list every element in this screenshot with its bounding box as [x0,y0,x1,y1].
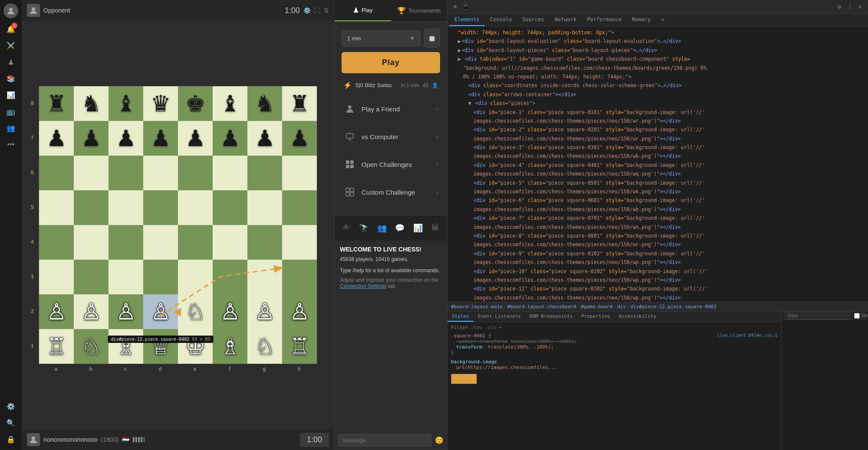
square-f5[interactable] [213,190,247,225]
square-d4[interactable] [143,225,178,260]
chat-icon[interactable]: 💬 [392,221,407,235]
square-e2[interactable]: ♘ [178,294,213,329]
square-g1[interactable]: ♘ [247,329,282,364]
breadcrumb-piece-12[interactable]: div#piece-12.piece.square-0402 [630,304,717,310]
dom-line-19[interactable]: images.chesscomfiles.com/chess-themes/pi… [447,187,868,196]
dom-line-3[interactable]: ▶<div id="board-layout-pieces" class="bo… [447,46,868,55]
square-g4[interactable] [247,225,282,260]
binoculars-icon[interactable]: 🔭 [356,221,371,235]
dom-line-29[interactable]: images.chesscomfiles.com/chess-themes/pi… [447,276,868,284]
play-button[interactable]: Play [342,52,440,73]
styles-tab-dom[interactable]: DOM Breakpoints [525,312,577,322]
square-g6[interactable] [247,156,282,190]
square-c1[interactable]: ♗ [108,329,143,364]
flip-icon[interactable]: ⇅ [324,7,329,14]
square-e5[interactable] [178,190,213,225]
square-b3[interactable] [74,260,108,294]
dom-line-17[interactable]: images.chesscomfiles.com/chess-themes/pi… [447,170,868,178]
square-a8[interactable]: ♜ [39,86,74,121]
breadcrumb-div[interactable]: div [617,304,626,310]
square-h5[interactable] [282,190,317,225]
square-e7[interactable]: ♟ [178,121,213,156]
dom-line-10[interactable]: <div id="piece-1" class="piece square-01… [447,108,868,117]
dom-line-23[interactable]: images.chesscomfiles.com/chess-themes/pi… [447,223,868,232]
club-icon[interactable]: 🏛 [429,221,442,235]
dom-line-4[interactable]: ▶ <div tabindex="1" id="game-board" clas… [447,55,868,63]
square-f4[interactable] [213,225,247,260]
dom-line-28[interactable]: <div id="piece-10" class="piece square-0… [447,267,868,276]
square-e8[interactable]: ♚ [178,86,213,121]
emoji-icon[interactable]: 😊 [435,436,444,444]
spectate-icon[interactable]: 👁 [340,221,353,235]
square-g5[interactable] [247,190,282,225]
dom-line-13[interactable]: images.chesscomfiles.com/chess-themes/pi… [447,134,868,143]
square-c4[interactable] [108,225,143,260]
square-b5[interactable] [74,190,108,225]
square-d8[interactable]: ♛ [143,86,178,121]
devtools-tab-more[interactable]: » [656,14,669,26]
devtools-tab-memory[interactable]: Memory [627,14,656,26]
square-h7[interactable]: ♟ [282,121,317,156]
open-challenges-item[interactable]: Open Challenges › [342,153,440,176]
square-c7[interactable]: ♟ [108,121,143,156]
dom-line-5[interactable]: "background: url(//images.chesscomfiles.… [447,64,868,72]
breadcrumb-board-layout-main[interactable]: #board-layout-main [451,304,503,310]
dom-line-21[interactable]: images.chesscomfiles.com/chess-themes/pi… [447,205,868,214]
square-a5[interactable] [39,190,74,225]
lock-icon[interactable]: 🔒 [3,432,18,447]
more-icon[interactable]: ••• [3,137,18,152]
dom-line-24[interactable]: <div id="piece-8" class="piece square-08… [447,232,868,240]
dom-line-22[interactable]: <div id="piece-7" class="piece square-07… [447,214,868,222]
square-h6[interactable] [282,156,317,190]
square-b6[interactable] [74,156,108,190]
custom-challenge-item[interactable]: Custom Challenge › [342,180,440,204]
square-b4[interactable] [74,225,108,260]
square-a3[interactable] [39,260,74,294]
style-source-link[interactable]: live.client.0414e.css:1 [717,333,777,338]
square-e3[interactable] [178,260,213,294]
square-g2[interactable]: ♙ [247,294,282,329]
square-e6[interactable] [178,156,213,190]
square-f6[interactable] [213,156,247,190]
dom-line-15[interactable]: images.chesscomfiles.com/chess-themes/pi… [447,152,868,160]
board-style-button[interactable]: ◼ [424,29,440,48]
analysis-icon[interactable]: 📊 [3,88,18,102]
devtools-tab-sources[interactable]: Sources [517,14,549,26]
square-h3[interactable] [282,260,317,294]
dom-line-16[interactable]: <div id="piece-4" class="piece square-04… [447,161,868,170]
tab-tournaments[interactable]: 🏆 Tournaments [391,0,447,21]
play-icon[interactable]: ⚔️ [3,38,18,53]
dom-line-9[interactable]: ▼ <div class="pieces"> [447,99,868,108]
computed-filter-input[interactable] [785,312,851,320]
square-c6[interactable] [108,156,143,190]
vs-computer-item[interactable]: vs Computer › [342,125,440,148]
time-control-button[interactable]: 1 min ▼ [342,30,421,46]
dom-line-18[interactable]: <div id="piece-5" class="piece square-05… [447,179,868,187]
square-e1[interactable]: ♔ [178,329,213,364]
square-a7[interactable]: ♟ [39,121,74,156]
square-g3[interactable] [247,260,282,294]
settings-gear-icon[interactable]: ⚙️ [303,7,311,14]
inspect-element-icon[interactable]: ⊕ [451,3,460,11]
square-c3[interactable] [108,260,143,294]
dom-line-1[interactable]: "width: 744px; height: 744px; padding-bo… [447,28,868,37]
device-toolbar-icon[interactable]: 📱 [461,3,470,11]
styles-tab-styles[interactable]: Styles [447,312,473,322]
square-c8[interactable]: ♝ [108,86,143,121]
message-input[interactable] [338,434,431,447]
play-friend-item[interactable]: Play a Friend › [342,97,440,121]
dom-line-31[interactable]: images.chesscomfiles.com/chess-themes/pi… [447,293,868,302]
connection-settings-link[interactable]: Connection Settings [340,283,386,289]
devtools-overflow-icon[interactable]: ⋮ [845,3,854,11]
square-f3[interactable] [213,260,247,294]
social-icon[interactable]: 👥 [3,121,18,135]
square-b2[interactable]: ♙ [74,294,108,329]
square-a2[interactable]: ♙ [39,294,74,329]
square-h4[interactable] [282,225,317,260]
square-d3[interactable] [143,260,178,294]
show-all-label[interactable]: Show all [854,313,868,319]
user-avatar[interactable] [3,3,18,18]
styles-tab-computed[interactable]: Event Listeners [473,312,525,322]
square-a1[interactable]: ♖ [39,329,74,364]
square-c2[interactable]: ♙ [108,294,143,329]
